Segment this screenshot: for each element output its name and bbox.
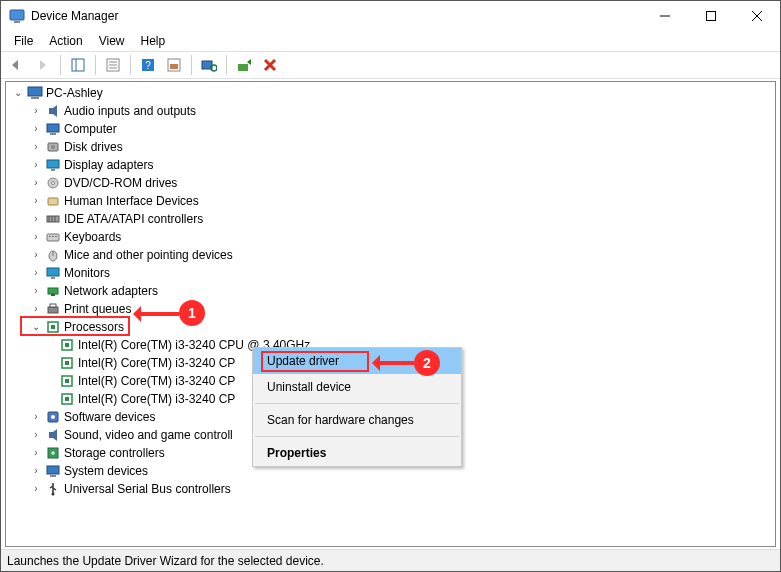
root-label: PC-Ashley: [46, 84, 103, 102]
expand-icon[interactable]: ›: [28, 157, 44, 173]
collapse-icon[interactable]: ⌄: [28, 319, 44, 335]
mouse-icon: [45, 247, 61, 263]
properties-button[interactable]: [101, 54, 125, 76]
svg-rect-52: [65, 343, 69, 347]
callout-arrow-2: [374, 361, 414, 365]
uninstall-device-button[interactable]: [258, 54, 282, 76]
svg-rect-29: [51, 169, 55, 171]
expand-icon[interactable]: ›: [28, 229, 44, 245]
expand-icon[interactable]: ›: [28, 175, 44, 191]
chip-icon: [59, 391, 75, 407]
svg-rect-61: [49, 432, 53, 438]
hid-icon: [45, 193, 61, 209]
window-title: Device Manager: [31, 9, 642, 23]
expand-icon[interactable]: ›: [28, 463, 44, 479]
menu-view[interactable]: View: [92, 33, 132, 49]
monitor-icon: [45, 265, 61, 281]
menubar: File Action View Help: [1, 31, 780, 51]
chip-icon: [59, 373, 75, 389]
svg-rect-28: [47, 160, 59, 168]
toolbar-separator: [95, 55, 96, 75]
chip-icon: [59, 337, 75, 353]
device-label: Intel(R) Core(TM) i3-3240 CP: [78, 372, 235, 390]
tree-category[interactable]: › IDE ATA/ATAPI controllers: [6, 210, 775, 228]
processors-label: Processors: [64, 318, 124, 336]
collapse-icon[interactable]: ⌄: [10, 85, 26, 101]
tree-category[interactable]: › Audio inputs and outputs: [6, 102, 775, 120]
tree-category[interactable]: › Network adapters: [6, 282, 775, 300]
toolbar-separator: [191, 55, 192, 75]
svg-rect-25: [50, 133, 56, 135]
forward-button[interactable]: [31, 54, 55, 76]
expand-icon[interactable]: ›: [28, 193, 44, 209]
category-label: Mice and other pointing devices: [64, 246, 233, 264]
menu-file[interactable]: File: [7, 33, 40, 49]
context-menu-item[interactable]: Scan for hardware changes: [253, 407, 461, 433]
callout-arrow-1: [135, 312, 179, 316]
expand-icon[interactable]: ›: [28, 301, 44, 317]
chip-icon: [45, 319, 61, 335]
expand-icon[interactable]: ›: [28, 265, 44, 281]
tree-category[interactable]: › Universal Serial Bus controllers: [6, 480, 775, 498]
expand-icon[interactable]: ›: [28, 427, 44, 443]
software-icon: [45, 409, 61, 425]
toolbar: ?: [1, 51, 780, 79]
svg-rect-63: [47, 466, 59, 474]
help-button[interactable]: ?: [136, 54, 160, 76]
device-tree-pane[interactable]: ⌄ PC-Ashley › Audio inputs and outputs ›…: [5, 81, 776, 547]
tree-category[interactable]: › Display adapters: [6, 156, 775, 174]
expand-icon[interactable]: ›: [28, 103, 44, 119]
tree-category[interactable]: › Computer: [6, 120, 775, 138]
expand-icon[interactable]: ›: [28, 481, 44, 497]
close-button[interactable]: [734, 1, 780, 31]
expand-icon[interactable]: ›: [28, 139, 44, 155]
menu-help[interactable]: Help: [134, 33, 173, 49]
tree-category[interactable]: › Mice and other pointing devices: [6, 246, 775, 264]
chip-icon: [59, 355, 75, 371]
computer-icon: [27, 85, 43, 101]
tree-category[interactable]: › Print queues: [6, 300, 775, 318]
svg-rect-56: [65, 379, 69, 383]
svg-rect-58: [65, 397, 69, 401]
expand-icon[interactable]: ›: [28, 211, 44, 227]
network-icon: [45, 283, 61, 299]
tree-category[interactable]: › Human Interface Devices: [6, 192, 775, 210]
tree-root-node[interactable]: ⌄ PC-Ashley: [6, 84, 775, 102]
storage-icon: [45, 445, 61, 461]
svg-rect-54: [65, 361, 69, 365]
back-button[interactable]: [5, 54, 29, 76]
svg-rect-37: [47, 234, 59, 241]
category-label: DVD/CD-ROM drives: [64, 174, 177, 192]
expand-icon[interactable]: ›: [28, 247, 44, 263]
action-button[interactable]: [162, 54, 186, 76]
tree-category-processors[interactable]: ⌄ Processors: [6, 318, 775, 336]
maximize-button[interactable]: [688, 1, 734, 31]
tree-category[interactable]: › Monitors: [6, 264, 775, 282]
scan-hardware-button[interactable]: [197, 54, 221, 76]
show-hide-console-tree-button[interactable]: [66, 54, 90, 76]
svg-rect-40: [55, 236, 57, 237]
tree-category[interactable]: › Keyboards: [6, 228, 775, 246]
expand-icon[interactable]: ›: [28, 283, 44, 299]
svg-rect-6: [72, 59, 84, 71]
context-menu-item[interactable]: Properties: [253, 440, 461, 466]
update-driver-button[interactable]: [232, 54, 256, 76]
expand-icon[interactable]: ›: [28, 121, 44, 137]
audio-icon: [45, 103, 61, 119]
svg-rect-39: [52, 236, 54, 237]
category-label: Sound, video and game controll: [64, 426, 233, 444]
context-menu-item[interactable]: Uninstall device: [253, 374, 461, 400]
minimize-button[interactable]: [642, 1, 688, 31]
expand-icon[interactable]: ›: [28, 409, 44, 425]
svg-rect-21: [28, 87, 42, 96]
toolbar-separator: [130, 55, 131, 75]
svg-rect-47: [48, 307, 58, 313]
tree-category[interactable]: › DVD/CD-ROM drives: [6, 174, 775, 192]
expand-icon[interactable]: ›: [28, 445, 44, 461]
toolbar-separator: [226, 55, 227, 75]
menu-action[interactable]: Action: [42, 33, 89, 49]
tree-category[interactable]: › Disk drives: [6, 138, 775, 156]
context-menu-separator: [255, 403, 459, 404]
svg-rect-1: [14, 21, 20, 23]
category-label: Monitors: [64, 264, 110, 282]
